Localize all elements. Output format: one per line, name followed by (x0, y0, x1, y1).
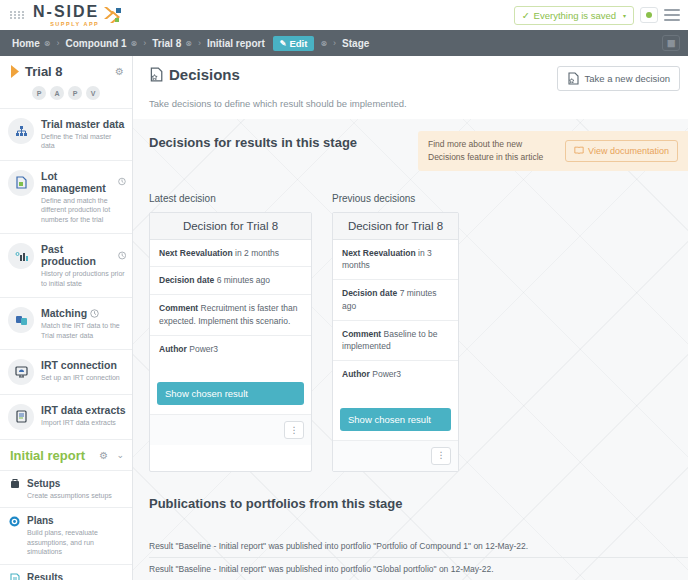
sidebar-item-desc: Define and match the different productio… (41, 196, 126, 224)
sidebar-item-label: IRT connection (41, 359, 120, 371)
sidebar-item-desc: History of productions prior to initial … (41, 269, 126, 288)
report-title: Initial report (10, 448, 85, 463)
decision-card-footer: ⋮ (333, 440, 458, 471)
grid-view-icon[interactable]: ▦ (662, 35, 680, 51)
sidebar-item-label: Trial master data (41, 118, 126, 130)
decision-field-comment: Comment Baseline to be implemented (333, 321, 458, 362)
sidebar-item-setups[interactable]: Setups Create assumptions setups (0, 471, 132, 508)
kebab-menu-icon[interactable]: ⋮ (431, 447, 451, 465)
sidebar-item-irt-data-extracts[interactable]: IRT data extracts Import IRT data extrac… (0, 395, 132, 440)
decision-field-date: Decision date 7 minutes ago (333, 280, 458, 321)
sidebar-item-matching[interactable]: Matching Match the IRT data to the Trial… (0, 298, 132, 350)
book-icon (574, 146, 584, 155)
sidebar-item-past-production[interactable]: Past production History of productions p… (0, 234, 132, 298)
decision-field-comment: Comment Recruitment is faster than expec… (150, 295, 311, 336)
trial-title: Trial 8 (25, 64, 63, 79)
breadcrumb-trial-label: Trial 8 (152, 38, 181, 49)
sidebar-item-plans[interactable]: Plans Build plans, reevaluate assumption… (0, 508, 132, 564)
results-icon (8, 572, 21, 580)
breadcrumb-trial[interactable]: Trial 8 ⊗ (152, 38, 192, 49)
sidebar-item-desc: Create assumptions setups (27, 491, 112, 500)
save-status-button[interactable]: ✓ Everything is saved ▾ (514, 6, 634, 25)
decision-star-icon (567, 72, 579, 85)
sidebar-item-desc: Build plans, reevaluate assumptions, and… (27, 528, 126, 556)
brand-subtitle: SUPPLY APP (33, 21, 99, 27)
sidebar-item-results[interactable]: Results Analyze results (0, 565, 132, 580)
breadcrumb-report[interactable]: Initial report (207, 38, 265, 49)
pages-icon (8, 307, 34, 333)
decision-field-next-reevaluation: Next Reevaluation in 2 months (150, 240, 311, 268)
breadcrumb-stage[interactable]: Stage (342, 38, 369, 49)
badge-p2[interactable]: P (68, 86, 82, 100)
sidebar-item-lot-management[interactable]: Lot management Define and match the diff… (0, 161, 132, 234)
latest-decision-label: Latest decision (149, 193, 332, 204)
decision-card-previous: Decision for Trial 8 Next Reevaluation i… (332, 212, 459, 472)
close-icon[interactable]: ⊗ (131, 39, 138, 48)
clock-icon (90, 309, 99, 318)
sidebar-item-desc: Set up an IRT connection (41, 373, 120, 382)
take-new-decision-button[interactable]: Take a new decision (557, 66, 680, 91)
breadcrumb-home[interactable]: Home ⊗ (12, 38, 51, 49)
app-launcher-icon[interactable] (10, 11, 25, 19)
gear-icon[interactable]: ⚙ (99, 450, 108, 461)
feature-banner: Find more about the new Decisions featur… (418, 131, 688, 171)
decision-card-latest: Decision for Trial 8 Next Reevaluation i… (149, 212, 312, 472)
document-icon (8, 170, 34, 196)
view-documentation-button[interactable]: View documentation (565, 140, 678, 162)
sidebar-item-label: Results (27, 572, 74, 580)
decision-card-title: Decision for Trial 8 (333, 213, 458, 240)
show-chosen-result-button[interactable]: Show chosen result (157, 382, 304, 405)
clipboard-icon (8, 404, 34, 430)
breadcrumb: Home ⊗ › Compound 1 ⊗ › Trial 8 ⊗ › Init… (0, 30, 688, 56)
clock-icon (118, 177, 126, 186)
breadcrumb-stage-label: Stage (342, 38, 369, 49)
top-header: N-SIDE SUPPLY APP ✓ Everything is saved … (0, 0, 688, 30)
breadcrumb-compound[interactable]: Compound 1 ⊗ (66, 38, 138, 49)
badge-a[interactable]: A (50, 86, 64, 100)
brand-logo: N-SIDE SUPPLY APP (33, 4, 99, 27)
brand-arrow-icon (103, 6, 123, 24)
badge-v[interactable]: V (86, 86, 100, 100)
content-area: Decisions for results in this stage Find… (133, 119, 688, 580)
breadcrumb-separator: › (57, 38, 60, 48)
close-icon[interactable]: ⊗ (185, 39, 192, 48)
trial-badges: P A P V (32, 86, 124, 100)
chevron-down-icon: ▾ (623, 12, 626, 19)
close-icon[interactable]: ⊗ (44, 39, 51, 48)
breadcrumb-compound-label: Compound 1 (66, 38, 127, 49)
plans-icon (8, 515, 21, 556)
topbar-actions: ✓ Everything is saved ▾ (514, 6, 680, 25)
badge-p[interactable]: P (32, 86, 46, 100)
page-header: Decisions Take a new decision Take decis… (133, 56, 688, 119)
kebab-menu-icon[interactable]: ⋮ (284, 421, 304, 439)
close-icon[interactable]: ⊗ (320, 39, 327, 48)
decision-card-title: Decision for Trial 8 (150, 213, 311, 240)
show-chosen-result-button[interactable]: Show chosen result (340, 408, 451, 431)
sidebar-item-trial-master-data[interactable]: Trial master data Define the Trial maste… (0, 109, 132, 161)
status-dot-button[interactable] (640, 7, 658, 23)
decision-field-author: Author Power3 (150, 336, 311, 363)
menu-icon[interactable] (664, 9, 680, 21)
sidebar-item-desc: Import IRT data extracts (41, 418, 126, 427)
sidebar-item-desc: Define the Trial master data (41, 132, 126, 151)
brand-name: N-SIDE (33, 4, 99, 20)
breadcrumb-home-label: Home (12, 38, 40, 49)
edit-mode-badge[interactable]: ✎ Edit (273, 36, 315, 51)
decisions-page-icon (149, 67, 163, 82)
breadcrumb-report-label: Initial report (207, 38, 265, 49)
decision-field-date: Decision date 6 minutes ago (150, 267, 311, 295)
take-new-decision-label: Take a new decision (584, 73, 670, 84)
breadcrumb-separator: › (143, 38, 146, 48)
chevron-down-icon[interactable]: ⌄ (116, 450, 124, 460)
sidebar-item-label: IRT data extracts (41, 404, 126, 416)
app-window: N-SIDE SUPPLY APP ✓ Everything is saved … (0, 0, 688, 580)
edit-badge-label: Edit (289, 38, 307, 49)
publications-list: Result "Baseline - Initial report" was p… (149, 535, 688, 580)
publication-row: Result "Baseline - Initial report" was p… (149, 558, 688, 580)
gear-icon[interactable]: ⚙ (115, 66, 124, 77)
breadcrumb-separator: › (198, 38, 201, 48)
green-dot-icon (646, 12, 652, 18)
report-section-header[interactable]: Initial report ⚙ ⌄ (0, 440, 132, 471)
sidebar-item-irt-connection[interactable]: IRT connection Set up an IRT connection (0, 350, 132, 395)
check-icon: ✓ (522, 10, 530, 21)
